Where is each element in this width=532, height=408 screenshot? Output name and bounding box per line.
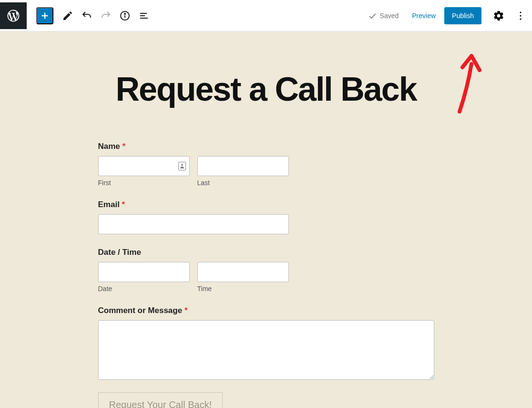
undo-icon xyxy=(81,10,92,21)
info-icon xyxy=(119,10,131,21)
publish-button[interactable]: Publish xyxy=(444,7,481,24)
field-email-group: Email * xyxy=(98,200,434,234)
editor-canvas: Request a Call Back Name * First xyxy=(0,32,532,408)
submit-button[interactable]: Request Your Call Back! xyxy=(98,392,223,408)
email-label: Email * xyxy=(98,200,434,209)
page-title[interactable]: Request a Call Back xyxy=(0,70,532,108)
gear-icon xyxy=(493,10,504,21)
comment-textarea[interactable] xyxy=(98,320,434,380)
wordpress-logo[interactable] xyxy=(0,2,27,29)
date-sublabel: Date xyxy=(98,285,190,293)
field-name-group: Name * First Last xyxy=(98,142,434,187)
time-input[interactable] xyxy=(197,262,289,282)
list-icon xyxy=(138,10,150,21)
redo-icon xyxy=(100,10,112,21)
left-tool-group xyxy=(36,6,153,25)
first-name-input[interactable] xyxy=(98,156,190,176)
wordpress-icon xyxy=(6,9,20,23)
settings-button[interactable] xyxy=(489,6,508,25)
svg-point-10 xyxy=(520,18,521,20)
right-tool-group: Saved Preview Publish xyxy=(368,6,532,25)
last-name-sublabel: Last xyxy=(197,179,289,187)
required-mark: * xyxy=(122,200,125,209)
add-block-button[interactable] xyxy=(36,7,53,24)
preview-button[interactable]: Preview xyxy=(406,8,441,23)
comment-label-text: Comment or Message xyxy=(98,306,183,315)
first-name-sublabel: First xyxy=(98,179,190,187)
undo-button[interactable] xyxy=(77,6,96,25)
kebab-icon xyxy=(515,10,526,21)
required-mark: * xyxy=(123,142,126,151)
redo-button[interactable] xyxy=(96,6,115,25)
field-datetime-group: Date / Time Date Time xyxy=(98,248,434,293)
details-button[interactable] xyxy=(115,6,134,25)
saved-indicator: Saved xyxy=(368,11,399,21)
plus-icon xyxy=(40,10,50,21)
name-label-text: Name xyxy=(98,142,120,151)
field-comment-group: Comment or Message * xyxy=(98,306,434,382)
outline-button[interactable] xyxy=(134,6,153,25)
editor-toolbar: Saved Preview Publish xyxy=(0,0,532,31)
comment-label: Comment or Message * xyxy=(98,306,434,315)
name-label: Name * xyxy=(98,142,434,151)
time-sublabel: Time xyxy=(197,285,289,293)
pencil-icon xyxy=(62,10,73,21)
svg-point-9 xyxy=(520,15,521,16)
datetime-label: Date / Time xyxy=(98,248,434,257)
date-input[interactable] xyxy=(98,262,190,282)
email-input[interactable] xyxy=(98,214,289,234)
svg-point-11 xyxy=(181,164,183,166)
required-mark: * xyxy=(184,306,188,315)
last-name-input[interactable] xyxy=(197,156,289,176)
form-block: Name * First Last xyxy=(98,142,434,408)
check-icon xyxy=(368,11,377,21)
edit-mode-button[interactable] xyxy=(58,6,77,25)
contact-card-icon xyxy=(178,162,186,170)
more-options-button[interactable] xyxy=(511,6,530,25)
email-label-text: Email xyxy=(98,200,120,209)
saved-text: Saved xyxy=(380,12,399,20)
svg-point-4 xyxy=(124,13,125,14)
svg-point-8 xyxy=(520,11,521,13)
